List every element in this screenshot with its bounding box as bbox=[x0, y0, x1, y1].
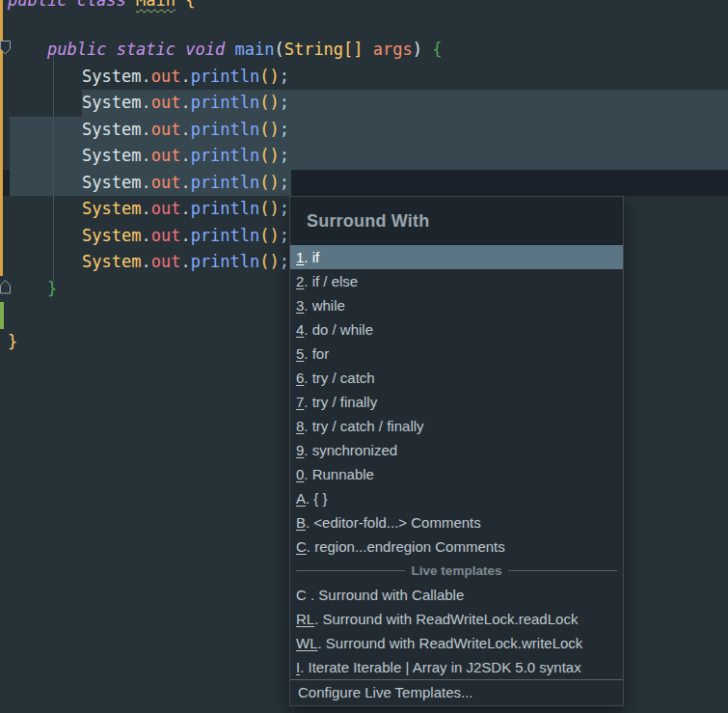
live-templates-list: C . Surround with CallableRL. Surround w… bbox=[290, 583, 623, 679]
fold-end-marker-icon[interactable] bbox=[0, 280, 11, 294]
option-runnable[interactable]: 0. Runnable bbox=[290, 462, 623, 486]
option-label: . { } bbox=[306, 490, 328, 507]
indent-guide-line bbox=[53, 50, 54, 282]
popup-title: Surround With bbox=[290, 197, 623, 245]
option-try-finally[interactable]: 7. try / finally bbox=[290, 390, 623, 414]
option-if-else[interactable]: 2. if / else bbox=[290, 269, 623, 293]
surround-options-list: 1. if2. if / else3. while4. do / while5.… bbox=[290, 245, 623, 559]
option-label: C . Surround with Callable bbox=[296, 587, 464, 603]
println-statement-8: System.out.println(); bbox=[82, 249, 289, 276]
method-close-brace: } bbox=[47, 276, 57, 303]
option-label: . do / while bbox=[304, 321, 373, 338]
option-label: . if / else bbox=[304, 273, 358, 289]
option-braces[interactable]: A. { } bbox=[290, 486, 623, 510]
println-statement-3: System.out.println(); bbox=[82, 117, 289, 144]
option-label: . if bbox=[304, 249, 319, 265]
option-label: . try / catch / finally bbox=[304, 418, 423, 434]
option-label: . <editor-fold...> Comments bbox=[306, 514, 481, 531]
live-templates-label: Live templates bbox=[412, 563, 502, 578]
option-callable[interactable]: C . Surround with Callable bbox=[290, 583, 623, 607]
mnemonic-key: C bbox=[296, 538, 307, 555]
println-statement-4: System.out.println(); bbox=[82, 143, 289, 170]
option-try-catch[interactable]: 6. try / catch bbox=[290, 366, 623, 390]
surround-with-popup: Surround With 1. if2. if / else3. while4… bbox=[289, 196, 624, 706]
option-try-catch-finally[interactable]: 8. try / catch / finally bbox=[290, 414, 623, 438]
println-statement-6: System.out.println(); bbox=[82, 196, 289, 223]
option-label: . Surround with ReadWriteLock.writeLock bbox=[318, 635, 583, 651]
mnemonic-key: RL bbox=[296, 611, 314, 627]
option-label: . synchronized bbox=[304, 442, 397, 458]
option-label: . for bbox=[304, 345, 329, 362]
class-close-brace: } bbox=[8, 329, 17, 356]
option-label: . Runnable bbox=[304, 466, 374, 482]
println-statement-1: System.out.println(); bbox=[82, 64, 289, 91]
configure-live-templates-button[interactable]: Configure Live Templates... bbox=[290, 679, 623, 705]
println-statement-2: System.out.println(); bbox=[82, 90, 289, 117]
option-do-while[interactable]: 4. do / while bbox=[290, 317, 623, 342]
option-for[interactable]: 5. for bbox=[290, 342, 623, 366]
option-label: . Surround with ReadWriteLock.readLock bbox=[314, 611, 578, 627]
live-templates-separator: Live templates bbox=[290, 559, 623, 583]
option-editor-fold-comments[interactable]: B. <editor-fold...> Comments bbox=[290, 510, 623, 535]
option-while[interactable]: 3. while bbox=[290, 293, 623, 317]
option-iterate-iterable[interactable]: I. Iterate Iterable | Array in J2SDK 5.0… bbox=[290, 655, 623, 679]
println-statement-7: System.out.println(); bbox=[82, 223, 289, 250]
option-label: . region...endregion Comments bbox=[307, 538, 505, 555]
option-label: . try / finally bbox=[304, 394, 377, 410]
mnemonic-key: B bbox=[296, 514, 306, 531]
option-label: . Iterate Iterable | Array in J2SDK 5.0 … bbox=[300, 659, 581, 675]
separator-line-right bbox=[508, 570, 617, 571]
option-region-comments[interactable]: C. region...endregion Comments bbox=[290, 535, 623, 559]
ide-screen: public class Main {public static void ma… bbox=[0, 0, 728, 713]
main-method-declaration: public static void main(String[] args) { bbox=[47, 37, 443, 64]
fold-start-marker-icon[interactable] bbox=[0, 41, 11, 55]
option-label: . while bbox=[304, 297, 345, 314]
mnemonic-key: WL bbox=[296, 635, 318, 651]
option-label: . try / catch bbox=[304, 370, 374, 386]
added-lines-stripe bbox=[0, 302, 4, 329]
option-synchronized[interactable]: 9. synchronized bbox=[290, 438, 623, 462]
mnemonic-key: A bbox=[296, 490, 306, 507]
println-statement-5: System.out.println(); bbox=[82, 170, 289, 197]
option-if[interactable]: 1. if bbox=[290, 245, 623, 269]
class-declaration: public class Main { bbox=[8, 0, 196, 14]
separator-line-left bbox=[296, 570, 405, 571]
option-readwritelock-writelock[interactable]: WL. Surround with ReadWriteLock.writeLoc… bbox=[290, 631, 623, 655]
option-readwritelock-readlock[interactable]: RL. Surround with ReadWriteLock.readLock bbox=[290, 607, 623, 631]
